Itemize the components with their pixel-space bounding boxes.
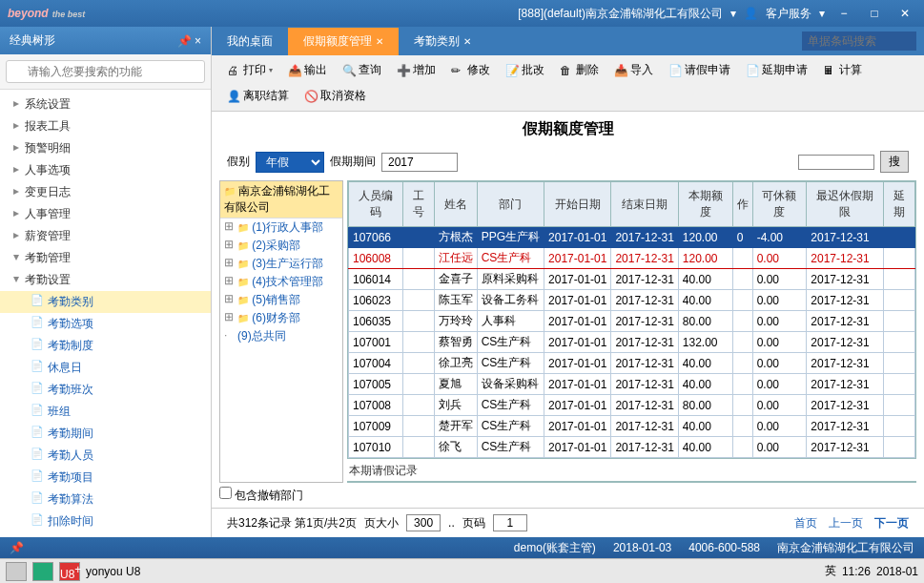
grid-row[interactable]: 107009楚开军CS生产科2017-01-012017-12-3140.000… xyxy=(349,416,915,437)
sidebar-item[interactable]: 班组 xyxy=(0,401,211,423)
toolbar-取消资格[interactable]: 🚫取消资格 xyxy=(298,85,372,107)
taskbar-item[interactable] xyxy=(6,562,27,581)
tab-close-icon[interactable]: ✕ xyxy=(376,36,383,47)
sidebar-search-input[interactable] xyxy=(6,60,205,83)
grid-row[interactable]: 107010徐飞CS生产科2017-01-012017-12-3140.000.… xyxy=(349,437,915,458)
sidebar-item[interactable]: 考勤项目 xyxy=(0,467,211,489)
status-pin-icon[interactable]: 📌 xyxy=(10,541,24,554)
pager-next[interactable]: 下一页 xyxy=(874,515,909,531)
sidebar-item[interactable]: 扣除时间 xyxy=(0,510,211,532)
close-button[interactable]: ✕ xyxy=(893,7,916,20)
sidebar-item[interactable]: 薪资管理 xyxy=(0,225,211,247)
sidebar-item[interactable]: 考勤算法 xyxy=(0,489,211,510)
toolbar-计算[interactable]: 🖩计算 xyxy=(817,59,868,81)
account-info[interactable]: [888](default)南京金浦锦湖化工有限公司 xyxy=(518,6,723,22)
pagesize-input[interactable] xyxy=(406,514,441,531)
sidebar-item[interactable]: 预警明细 xyxy=(0,137,211,159)
grid-header[interactable]: 可休额度 xyxy=(752,182,807,227)
dept-node[interactable]: 📁 (4)技术管理部 xyxy=(220,273,342,291)
toolbar-请假申请[interactable]: 📄请假申请 xyxy=(663,59,736,81)
sidebar-item[interactable]: 考勤人员 xyxy=(0,445,211,467)
grid-row[interactable]: 106008江任远CS生产科2017-01-012017-12-31120.00… xyxy=(349,248,915,269)
toolbar-删除[interactable]: 🗑删除 xyxy=(554,59,605,81)
pager-prev[interactable]: 上一页 xyxy=(829,515,863,531)
dept-node[interactable]: (9)总共同 xyxy=(220,327,342,345)
grid-row[interactable]: 107005夏旭设备采购科2017-01-012017-12-3140.000.… xyxy=(349,374,915,395)
grid-row[interactable]: 107001蔡智勇CS生产科2017-01-012017-12-31132.00… xyxy=(349,332,915,353)
pageno-input[interactable] xyxy=(493,514,527,531)
sidebar-item[interactable]: 考勤选项 xyxy=(0,313,211,335)
filter-type-select[interactable]: 年假 xyxy=(256,152,324,173)
filter-period-select[interactable]: 2017 xyxy=(381,153,458,172)
sidebar-item[interactable]: 人事管理 xyxy=(0,203,211,225)
taskbar-app-name: yonyou U8 xyxy=(86,565,140,578)
grid-header[interactable]: 工号 xyxy=(402,182,434,227)
dept-node[interactable]: 📁 (3)生产运行部 xyxy=(220,255,342,273)
grid-header[interactable]: 本期额度 xyxy=(678,182,732,227)
toolbar-离职结算[interactable]: 👤离职结算 xyxy=(221,85,295,107)
filter-search-input[interactable] xyxy=(798,155,874,170)
minimize-button[interactable]: − xyxy=(832,7,855,20)
tab[interactable]: 假期额度管理✕ xyxy=(288,28,399,55)
toolbar-修改[interactable]: ✏修改 xyxy=(445,59,496,81)
sidebar-item[interactable]: 系统设置 xyxy=(0,94,211,115)
dept-node[interactable]: 📁 (1)行政人事部 xyxy=(220,219,342,237)
grid-cell: 2017-12-31 xyxy=(611,290,678,311)
main-grid[interactable]: 人员编码工号姓名部门开始日期结束日期本期额度作可休额度最迟休假期限延期10706… xyxy=(347,180,916,459)
toolbar-导入[interactable]: 📥导入 xyxy=(608,59,659,81)
include-removed-dept-checkbox[interactable]: 包含撤销部门 xyxy=(219,489,303,502)
grid-header[interactable]: 开始日期 xyxy=(544,182,611,227)
pager-first[interactable]: 首页 xyxy=(794,515,817,531)
toolbar-查询[interactable]: 🔍查询 xyxy=(337,59,387,81)
grid-row[interactable]: 107004徐卫亮CS生产科2017-01-012017-12-3140.000… xyxy=(349,353,915,374)
grid-header[interactable]: 结束日期 xyxy=(611,182,678,227)
dept-node[interactable]: 📁 (2)采购部 xyxy=(220,237,342,255)
service-link[interactable]: 客户服务 xyxy=(766,6,811,22)
tab[interactable]: 我的桌面 xyxy=(212,28,288,55)
grid-header[interactable]: 作 xyxy=(732,182,752,227)
grid-header[interactable]: 最迟休假期限 xyxy=(807,182,884,227)
sidebar-item[interactable]: 考勤制度 xyxy=(0,335,211,357)
sidebar-pin-icon[interactable]: 📌 × xyxy=(177,34,201,48)
sidebar-item[interactable]: 考勤设置 xyxy=(0,269,211,291)
sidebar-item[interactable]: 考勤类别 xyxy=(0,291,211,313)
grid-cell: 2017-01-01 xyxy=(544,227,611,248)
tab[interactable]: 考勤类别✕ xyxy=(399,28,486,55)
grid-row[interactable]: 106023陈玉军设备工务科2017-01-012017-12-3140.000… xyxy=(349,290,915,311)
toolbar-延期申请[interactable]: 📄延期申请 xyxy=(740,59,813,81)
taskbar-item[interactable] xyxy=(32,562,53,581)
grid-header[interactable]: 人员编码 xyxy=(349,182,403,227)
grid-cell: 40.00 xyxy=(678,353,732,374)
dept-root[interactable]: 📁 南京金浦锦湖化工有限公司 xyxy=(220,181,342,219)
sidebar-item[interactable]: 报表工具 xyxy=(0,115,211,137)
filter-search-button[interactable]: 搜 xyxy=(880,151,909,173)
sidebar-item[interactable]: 变更日志 xyxy=(0,181,211,203)
toolbar-输出[interactable]: 📤输出 xyxy=(282,59,333,81)
toolbar-增加[interactable]: ➕增加 xyxy=(391,59,441,81)
dept-node[interactable]: 📁 (5)销售部 xyxy=(220,291,342,309)
taskbar-u8-icon[interactable]: U8+ xyxy=(59,562,80,581)
dept-tree[interactable]: 📁 南京金浦锦湖化工有限公司 📁 (1)行政人事部📁 (2)采购部📁 (3)生产… xyxy=(219,180,343,483)
grid-row[interactable]: 106014金喜子原料采购科2017-01-012017-12-3140.000… xyxy=(349,269,915,290)
tab-search-input[interactable] xyxy=(802,31,916,51)
grid-row[interactable]: 107008刘兵CS生产科2017-01-012017-12-3180.000.… xyxy=(349,395,915,416)
sidebar-item[interactable]: 考勤管理 xyxy=(0,247,211,269)
grid-row[interactable]: 106035万玲玲人事科2017-01-012017-12-3180.000.0… xyxy=(349,311,915,332)
sidebar-item[interactable]: 人事选项 xyxy=(0,159,211,181)
grid-row[interactable]: 107066方根杰PPG生产科2017-01-012017-12-31120.0… xyxy=(349,227,915,248)
sidebar-item[interactable]: 休息日 xyxy=(0,357,211,379)
dept-node[interactable]: 📁 (6)财务部 xyxy=(220,309,342,327)
toolbar-打印[interactable]: 🖨打印▾ xyxy=(221,59,278,81)
tab-close-icon[interactable]: ✕ xyxy=(463,36,471,47)
grid-header[interactable]: 姓名 xyxy=(434,182,477,227)
grid-cell: 江任远 xyxy=(434,248,477,269)
grid-header[interactable]: 延期 xyxy=(884,182,915,227)
grid-header[interactable]: 部门 xyxy=(477,182,544,227)
sidebar-item[interactable]: 考勤期间 xyxy=(0,423,211,445)
maximize-button[interactable]: □ xyxy=(863,7,886,20)
grid-cell: 107004 xyxy=(349,353,403,374)
sidebar-item[interactable]: 考勤班次 xyxy=(0,379,211,401)
toolbar-批改[interactable]: 📝批改 xyxy=(500,59,550,81)
sidebar-item[interactable]: 移动考勤 xyxy=(0,532,211,537)
ime-indicator[interactable]: 英 xyxy=(825,563,836,579)
